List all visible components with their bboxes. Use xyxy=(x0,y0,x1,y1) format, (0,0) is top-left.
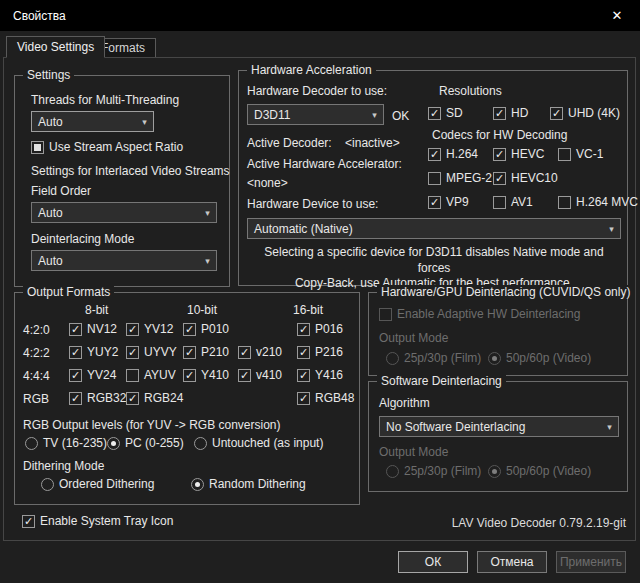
format-rgb24-checkbox[interactable]: RGB24 xyxy=(126,391,183,405)
radio-label: 25p/30p (Film) xyxy=(404,351,481,365)
format-p010-checkbox[interactable]: P010 xyxy=(183,322,229,336)
checkbox-label: v410 xyxy=(256,368,282,382)
hw-device-dropdown-value: Automatic (Native) xyxy=(248,222,603,236)
checkbox-label: Enable Adaptive HW Deinterlacing xyxy=(397,307,580,321)
checkbox-label: VP9 xyxy=(446,195,469,209)
settings-group: Settings Threads for Multi-Threading Aut… xyxy=(14,75,230,287)
sw-deinterlacing-group: Software Deinterlacing Algorithm No Soft… xyxy=(368,381,628,492)
codec-vc1-checkbox[interactable]: VC-1 xyxy=(558,147,603,161)
chevron-down-icon: ▾ xyxy=(199,256,216,266)
codec-h264mvc-checkbox[interactable]: H.264 MVC xyxy=(558,195,638,209)
close-button[interactable]: ✕ xyxy=(594,0,640,31)
rgb-level-tv-radio[interactable]: TV (16-235) xyxy=(25,436,107,450)
tab-label: Formats xyxy=(101,41,145,55)
rgb-level-pc-radio[interactable]: PC (0-255) xyxy=(107,436,184,450)
checkbox-box xyxy=(238,346,251,359)
format-v210-checkbox[interactable]: v210 xyxy=(238,345,282,359)
codecs-label: Codecs for HW Decoding xyxy=(432,128,567,142)
codec-hevc10-checkbox[interactable]: HEVC10 xyxy=(493,171,558,185)
cancel-button[interactable]: Отмена xyxy=(477,551,547,573)
hw-decoder-dropdown-value: D3D11 xyxy=(248,108,366,122)
format-ayuv-checkbox[interactable]: AYUV xyxy=(126,368,176,382)
resolution-hd-checkbox[interactable]: HD xyxy=(493,106,528,120)
titlebar[interactable]: Свойства ✕ xyxy=(0,0,640,31)
checkbox-label: RGB32 xyxy=(87,391,126,405)
radio-label: 50p/60p (Video) xyxy=(506,351,591,365)
use-stream-aspect-checkbox[interactable]: Use Stream Aspect Ratio xyxy=(31,140,183,154)
codec-vp9-checkbox[interactable]: VP9 xyxy=(428,195,469,209)
codec-h264-checkbox[interactable]: H.264 xyxy=(428,147,478,161)
field-order-dropdown[interactable]: Auto ▾ xyxy=(31,202,217,223)
checkbox-label: Y416 xyxy=(315,368,343,382)
checkbox-box xyxy=(428,107,441,120)
format-yuy2-checkbox[interactable]: YUY2 xyxy=(69,345,118,359)
chevron-down-icon: ▾ xyxy=(136,117,153,127)
dither-random-radio[interactable]: Random Dithering xyxy=(191,477,306,491)
active-decoder-value: <inactive> xyxy=(345,136,400,150)
checkbox-box xyxy=(379,308,392,321)
resolution-uhd-checkbox[interactable]: UHD (4K) xyxy=(550,106,620,120)
ok-button[interactable]: ОК xyxy=(398,551,468,573)
checkbox-box xyxy=(428,196,441,209)
checkbox-label: YUY2 xyxy=(87,345,118,359)
threads-dropdown-value: Auto xyxy=(32,115,136,129)
threads-dropdown[interactable]: Auto ▾ xyxy=(31,111,154,132)
checkbox-label: Use Stream Aspect Ratio xyxy=(49,140,183,154)
format-uyvy-checkbox[interactable]: UYVY xyxy=(126,345,177,359)
checkbox-label: P216 xyxy=(315,345,343,359)
hw-device-dropdown[interactable]: Automatic (Native) ▾ xyxy=(247,218,621,239)
algorithm-label: Algorithm xyxy=(379,396,430,410)
checkbox-label: YV24 xyxy=(87,368,116,382)
format-nv12-checkbox[interactable]: NV12 xyxy=(69,322,117,336)
hw-decoder-dropdown[interactable]: D3D11 ▾ xyxy=(247,104,384,125)
hw-deinterlacing-group-title: Hardware/GPU Deinterlacing (CUVID/QS onl… xyxy=(377,285,634,299)
checkbox-box xyxy=(297,346,310,359)
checkbox-box xyxy=(69,346,82,359)
codec-av1-checkbox[interactable]: AV1 xyxy=(493,195,533,209)
system-tray-checkbox[interactable]: Enable System Tray Icon xyxy=(22,514,173,528)
tab-video-settings[interactable]: Video Settings xyxy=(6,36,105,58)
format-yv24-checkbox[interactable]: YV24 xyxy=(69,368,116,382)
format-rgb48-checkbox[interactable]: RGB48 xyxy=(297,391,354,405)
chevron-down-icon: ▾ xyxy=(601,422,618,432)
format-p216-checkbox[interactable]: P216 xyxy=(297,345,343,359)
chevron-down-icon: ▾ xyxy=(603,224,620,234)
sw-algorithm-dropdown[interactable]: No Software Deinterlacing ▾ xyxy=(379,416,619,437)
dithering-mode-label: Dithering Mode xyxy=(23,459,104,473)
ok-button-label: ОК xyxy=(425,555,441,569)
radio-circle xyxy=(191,478,204,491)
deinterlacing-mode-dropdown[interactable]: Auto ▾ xyxy=(31,250,217,271)
checkbox-box xyxy=(69,323,82,336)
format-yv12-checkbox[interactable]: YV12 xyxy=(126,322,173,336)
checkbox-box xyxy=(238,369,251,382)
settings-group-title: Settings xyxy=(23,68,74,82)
radio-circle xyxy=(41,478,54,491)
codec-mpeg2-checkbox[interactable]: MPEG-2 xyxy=(428,171,492,185)
hw-decoder-status: OK xyxy=(392,109,409,123)
field-order-label: Field Order xyxy=(31,184,91,198)
format-y416-checkbox[interactable]: Y416 xyxy=(297,368,343,382)
format-p210-checkbox[interactable]: P210 xyxy=(183,345,229,359)
radio-circle xyxy=(488,465,501,478)
checkbox-box xyxy=(126,369,139,382)
checkbox-label: UYVY xyxy=(144,345,177,359)
checkbox-box xyxy=(69,392,82,405)
close-icon: ✕ xyxy=(612,8,623,23)
dither-ordered-radio[interactable]: Ordered Dithering xyxy=(41,477,154,491)
deinterlacing-mode-dropdown-value: Auto xyxy=(32,254,199,268)
format-v410-checkbox[interactable]: v410 xyxy=(238,368,282,382)
output-formats-group: Output Formats 8-bit 10-bit 16-bit 4:2:0… xyxy=(14,292,360,505)
format-y410-checkbox[interactable]: Y410 xyxy=(183,368,229,382)
codec-hevc-checkbox[interactable]: HEVC xyxy=(493,147,544,161)
checkbox-box xyxy=(22,515,35,528)
checkbox-label: P210 xyxy=(201,345,229,359)
resolution-sd-checkbox[interactable]: SD xyxy=(428,106,463,120)
properties-dialog: Свойства ✕ Video Settings Formats Settin… xyxy=(0,0,640,583)
hw-output-mode-label: Output Mode xyxy=(379,331,448,345)
format-rgb32-checkbox[interactable]: RGB32 xyxy=(69,391,126,405)
threads-label: Threads for Multi-Threading xyxy=(31,93,179,107)
rgb-level-untouched-radio[interactable]: Untouched (as input) xyxy=(194,436,323,450)
format-p016-checkbox[interactable]: P016 xyxy=(297,322,343,336)
interlaced-settings-label: Settings for Interlaced Video Streams xyxy=(31,164,230,178)
hw-device-note-line1: Selecting a specific device for D3D11 di… xyxy=(247,245,621,276)
